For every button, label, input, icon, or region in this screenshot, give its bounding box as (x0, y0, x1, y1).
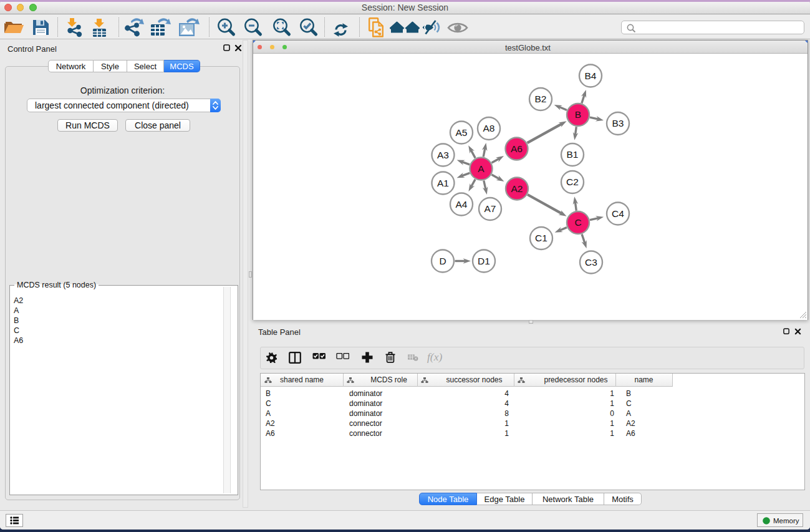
svg-text:D: D (439, 256, 446, 266)
svg-text:A7: A7 (485, 203, 496, 214)
svg-text:B1: B1 (567, 149, 579, 160)
svg-text:A6: A6 (511, 143, 523, 154)
svg-text:B: B (575, 109, 581, 120)
svg-text:A4: A4 (456, 199, 468, 210)
svg-text:A8: A8 (483, 123, 495, 133)
svg-text:C3: C3 (585, 257, 597, 268)
svg-text:C2: C2 (566, 177, 579, 187)
svg-text:A5: A5 (456, 127, 468, 138)
svg-text:A3: A3 (437, 150, 449, 160)
svg-text:B2: B2 (535, 94, 547, 104)
svg-text:C1: C1 (535, 233, 547, 243)
svg-text:A2: A2 (511, 183, 523, 194)
svg-text:A: A (478, 163, 485, 174)
svg-text:B4: B4 (585, 70, 597, 81)
svg-text:A1: A1 (437, 178, 449, 188)
svg-text:C4: C4 (612, 208, 624, 219)
svg-text:B3: B3 (612, 118, 624, 128)
svg-text:D1: D1 (478, 256, 490, 266)
svg-text:C: C (574, 217, 581, 228)
